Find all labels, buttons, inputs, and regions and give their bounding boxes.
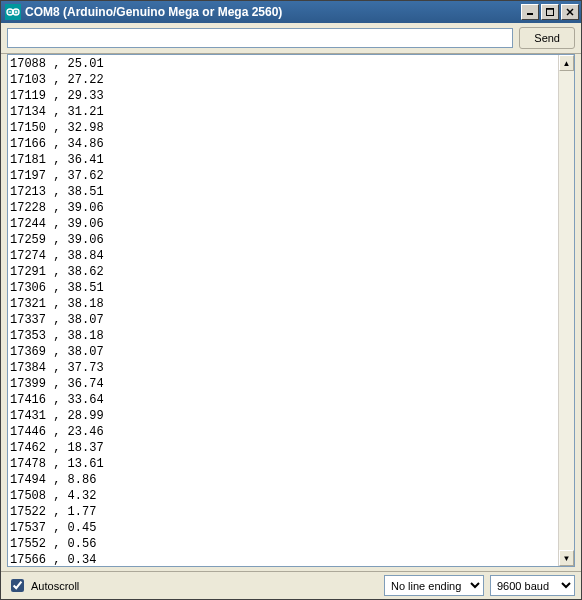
- scroll-up-button[interactable]: ▲: [559, 55, 574, 71]
- titlebar: COM8 (Arduino/Genuino Mega or Mega 2560): [1, 1, 581, 23]
- autoscroll-checkbox[interactable]: [11, 579, 24, 592]
- arduino-icon: [5, 4, 21, 20]
- vertical-scrollbar[interactable]: ▲ ▼: [558, 55, 574, 566]
- serial-input[interactable]: [7, 28, 513, 48]
- window-title: COM8 (Arduino/Genuino Mega or Mega 2560): [25, 5, 521, 19]
- scroll-track[interactable]: [559, 71, 574, 550]
- footer-panel: Autoscroll No line ending 9600 baud: [1, 571, 581, 599]
- serial-output[interactable]: 17088 , 25.01 17103 , 27.22 17119 , 29.3…: [8, 55, 574, 566]
- serial-monitor-window: COM8 (Arduino/Genuino Mega or Mega 2560)…: [0, 0, 582, 600]
- line-ending-select[interactable]: No line ending: [384, 575, 484, 596]
- baud-select[interactable]: 9600 baud: [490, 575, 575, 596]
- autoscroll-wrapper[interactable]: Autoscroll: [7, 576, 378, 595]
- output-panel: 17088 , 25.01 17103 , 27.22 17119 , 29.3…: [7, 54, 575, 567]
- maximize-button[interactable]: [541, 4, 559, 20]
- window-controls: [521, 4, 579, 20]
- send-panel: Send: [1, 23, 581, 54]
- scroll-down-button[interactable]: ▼: [559, 550, 574, 566]
- minimize-button[interactable]: [521, 4, 539, 20]
- close-button[interactable]: [561, 4, 579, 20]
- autoscroll-label: Autoscroll: [31, 580, 79, 592]
- send-button[interactable]: Send: [519, 27, 575, 49]
